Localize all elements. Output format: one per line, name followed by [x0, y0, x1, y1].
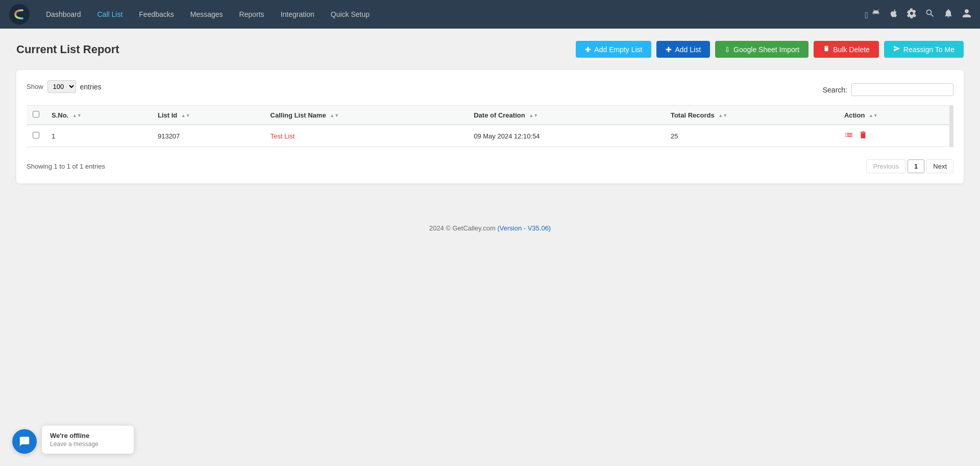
row-sno: 1	[45, 125, 152, 147]
th-total-records[interactable]: Total Records ▲▼	[665, 106, 838, 125]
navbar-links: Dashboard Call List Feedbacks Messages R…	[39, 6, 861, 22]
table-body: 1 913207 Test List 09 May 2024 12:10:54 …	[27, 125, 953, 147]
reassign-to-me-button[interactable]: Reassign To Me	[884, 41, 964, 58]
send-icon	[893, 45, 900, 54]
controls-row: Show 10 25 50 100 entries Search:	[27, 80, 953, 99]
nav-dashboard[interactable]: Dashboard	[39, 6, 88, 22]
entries-label: entries	[80, 83, 102, 91]
next-button[interactable]: Next	[926, 159, 953, 173]
navbar: Dashboard Call List Feedbacks Messages R…	[0, 0, 980, 29]
search-label: Search:	[823, 86, 847, 94]
th-checkbox[interactable]	[27, 106, 45, 125]
apple-icon[interactable]	[889, 8, 898, 21]
data-table: S.No. ▲▼ List Id ▲▼ Calling List Name ▲▼	[27, 105, 953, 147]
trash-icon-header	[823, 45, 830, 54]
row-total-records: 25	[665, 125, 838, 147]
delete-row-button[interactable]	[859, 130, 868, 142]
footer-copyright: 2024 © GetCalley.com	[429, 224, 496, 232]
page-1-button[interactable]: 1	[908, 159, 924, 173]
table-row: 1 913207 Test List 09 May 2024 12:10:54 …	[27, 125, 953, 147]
row-date-of-creation: 09 May 2024 12:10:54	[468, 125, 665, 147]
footer-version-link[interactable]: (Version - V35.06)	[497, 224, 551, 232]
table-card: Show 10 25 50 100 entries Search:	[16, 70, 964, 183]
th-sno[interactable]: S.No. ▲▼	[45, 106, 152, 125]
list-name-link[interactable]: Test List	[271, 132, 295, 140]
th-action[interactable]: Action ▲▼	[838, 106, 953, 125]
row-calling-list-name[interactable]: Test List	[264, 125, 468, 147]
nav-quicksetup[interactable]: Quick Setup	[324, 6, 377, 22]
nav-feedbacks[interactable]: Feedbacks	[132, 6, 181, 22]
th-calling-list-name[interactable]: Calling List Name ▲▼	[264, 106, 468, 125]
select-all-checkbox[interactable]	[33, 111, 39, 118]
view-list-button[interactable]	[844, 130, 853, 142]
page-header: Current List Report ✚ Add Empty List ✚ A…	[16, 41, 964, 58]
row-list-id: 913207	[152, 125, 264, 147]
pagination: Previous 1 Next	[866, 159, 953, 173]
nav-integration[interactable]: Integration	[274, 6, 322, 22]
sort-records-icon: ▲▼	[718, 113, 727, 118]
show-label: Show	[27, 83, 43, 90]
nav-messages[interactable]: Messages	[183, 6, 230, 22]
table-footer-row: Showing 1 to 1 of 1 entries Previous 1 N…	[27, 153, 953, 173]
android-icon[interactable]: 	[865, 8, 881, 21]
bulk-delete-button[interactable]: Bulk Delete	[814, 41, 879, 58]
download-icon: ⇩	[724, 45, 730, 54]
th-list-id[interactable]: List Id ▲▼	[152, 106, 264, 125]
sort-sno-icon: ▲▼	[72, 113, 82, 118]
row-action	[838, 125, 953, 147]
google-sheet-import-button[interactable]: ⇩ Google Sheet Import	[715, 41, 808, 58]
sort-listid-icon: ▲▼	[181, 113, 190, 118]
th-date-of-creation[interactable]: Date of Creation ▲▼	[468, 106, 665, 125]
sort-listname-icon: ▲▼	[330, 113, 339, 118]
table-header-row: S.No. ▲▼ List Id ▲▼ Calling List Name ▲▼	[27, 106, 953, 125]
main-content: Current List Report ✚ Add Empty List ✚ A…	[0, 29, 980, 196]
search-container: Search:	[823, 83, 953, 96]
previous-button[interactable]: Previous	[866, 159, 905, 173]
footer: 2024 © GetCalley.com (Version - V35.06)	[0, 212, 980, 244]
search-icon[interactable]	[925, 8, 935, 21]
nav-reports[interactable]: Reports	[232, 6, 272, 22]
showing-entries: Showing 1 to 1 of 1 entries	[27, 162, 105, 170]
header-buttons: ✚ Add Empty List ✚ Add List ⇩ Google She…	[576, 41, 964, 58]
add-empty-list-button[interactable]: ✚ Add Empty List	[576, 41, 651, 58]
plus-icon-2: ✚	[666, 45, 672, 54]
show-entries: Show 10 25 50 100 entries	[27, 80, 102, 93]
bell-icon[interactable]	[943, 8, 953, 21]
search-input[interactable]	[851, 83, 953, 96]
svg-point-0	[9, 4, 30, 25]
plus-icon: ✚	[585, 45, 591, 54]
nav-calllist[interactable]: Call List	[90, 6, 130, 22]
navbar-icons: 	[865, 8, 972, 21]
add-list-button[interactable]: ✚ Add List	[656, 41, 710, 58]
sort-date-icon: ▲▼	[529, 113, 538, 118]
row-checkbox[interactable]	[33, 132, 39, 138]
settings-icon[interactable]	[906, 8, 917, 21]
action-icons	[844, 130, 947, 142]
table-scroll-wrapper: S.No. ▲▼ List Id ▲▼ Calling List Name ▲▼	[27, 105, 953, 147]
row-checkbox-cell[interactable]	[27, 125, 45, 147]
app-logo[interactable]	[8, 3, 31, 26]
user-icon[interactable]	[962, 8, 972, 21]
entries-select[interactable]: 10 25 50 100	[47, 80, 76, 93]
page-title: Current List Report	[16, 43, 119, 56]
sort-action-icon: ▲▼	[869, 113, 878, 118]
